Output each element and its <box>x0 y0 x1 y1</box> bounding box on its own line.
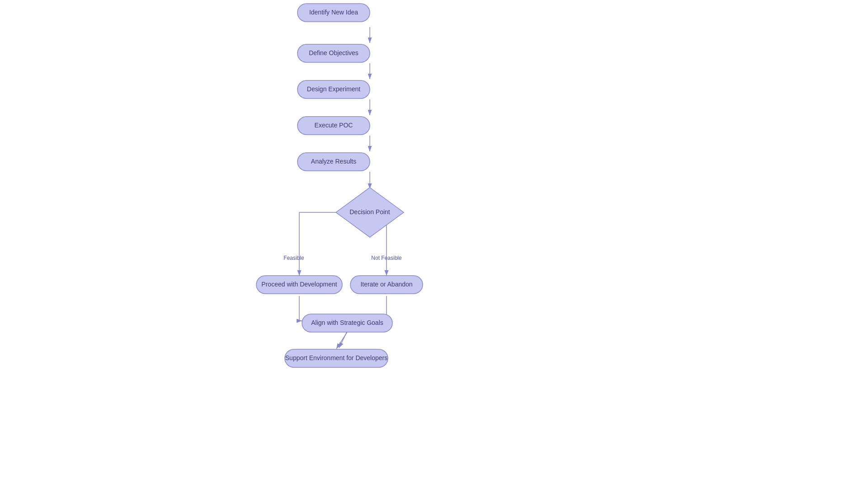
node-align-label: Align with Strategic Goals <box>311 319 383 326</box>
flowchart-container: Identify New Idea Define Objectives Desi… <box>0 0 868 488</box>
node-analyze-label: Analyze Results <box>311 158 356 165</box>
node-support-label: Support Environment for Developers <box>285 354 387 361</box>
label-not-feasible: Not Feasible <box>371 255 402 261</box>
arrow-align-support-line <box>336 332 347 349</box>
node-decision-label: Decision Point <box>349 208 390 216</box>
node-iterate-label: Iterate or Abandon <box>360 281 412 288</box>
label-feasible: Feasible <box>283 255 304 261</box>
arrow-decision-proceed <box>299 212 352 276</box>
node-define-label: Define Objectives <box>309 49 359 56</box>
arrow-proceed-align <box>299 296 302 321</box>
node-design-label: Design Experiment <box>307 85 360 93</box>
node-identify-label: Identify New Idea <box>309 9 358 16</box>
node-execute-label: Execute POC <box>315 122 353 129</box>
node-proceed-label: Proceed with Development <box>261 281 337 288</box>
